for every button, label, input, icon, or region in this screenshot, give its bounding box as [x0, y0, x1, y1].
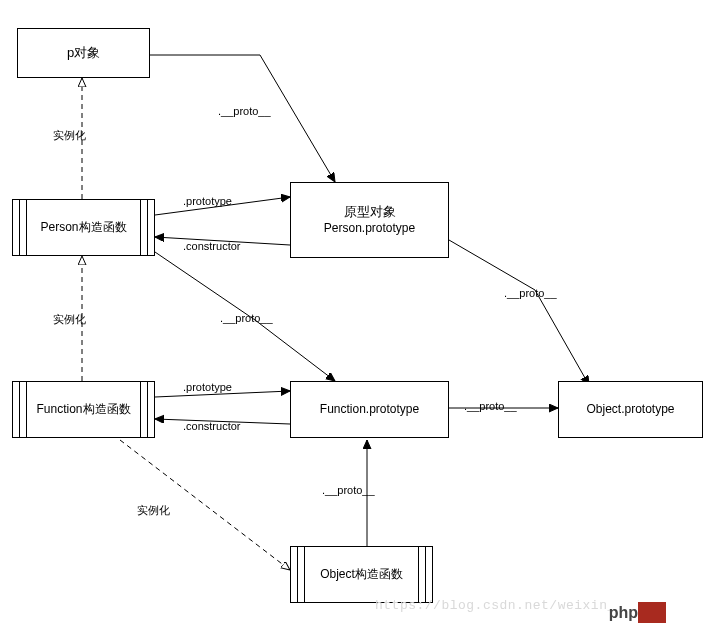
node-subtitle: Person.prototype: [324, 221, 415, 237]
edge-label-prototype: .prototype: [183, 381, 232, 393]
diagram-edges: [0, 0, 716, 630]
php-logo-right: [638, 602, 666, 623]
node-person-constructor: Person构造函数: [12, 199, 155, 256]
edge-label-proto: .__proto__: [464, 400, 517, 412]
node-label: Person构造函数: [40, 220, 126, 236]
edge-label-proto: .__proto__: [504, 287, 557, 299]
php-logo: php: [609, 604, 666, 622]
node-object-prototype: Object.prototype: [558, 381, 703, 438]
edge-label-instantiate: 实例化: [137, 503, 170, 518]
php-logo-left: php: [609, 604, 638, 621]
node-title: 原型对象: [344, 204, 396, 221]
node-person-prototype: 原型对象 Person.prototype: [290, 182, 449, 258]
edge-label-instantiate: 实例化: [53, 128, 86, 143]
edge-label-proto: .__proto__: [218, 105, 271, 117]
node-label: Function构造函数: [36, 402, 130, 418]
node-function-constructor: Function构造函数: [12, 381, 155, 438]
node-label: Object构造函数: [320, 567, 403, 583]
edge-label-proto: .__proto__: [322, 484, 375, 496]
edge-label-instantiate: 实例化: [53, 312, 86, 327]
watermark-text: https://blog.csdn.net/weixin_: [375, 598, 616, 613]
node-object-constructor: Object构造函数: [290, 546, 433, 603]
edge-label-constructor: .constructor: [183, 240, 240, 252]
node-label: Object.prototype: [586, 402, 674, 418]
node-p-object: p对象: [17, 28, 150, 78]
edge-label-proto: .__proto__: [220, 312, 273, 324]
edge-label-prototype: .prototype: [183, 195, 232, 207]
node-label: p对象: [67, 45, 100, 62]
node-function-prototype: Function.prototype: [290, 381, 449, 438]
edge-label-constructor: .constructor: [183, 420, 240, 432]
node-label: Function.prototype: [320, 402, 419, 418]
